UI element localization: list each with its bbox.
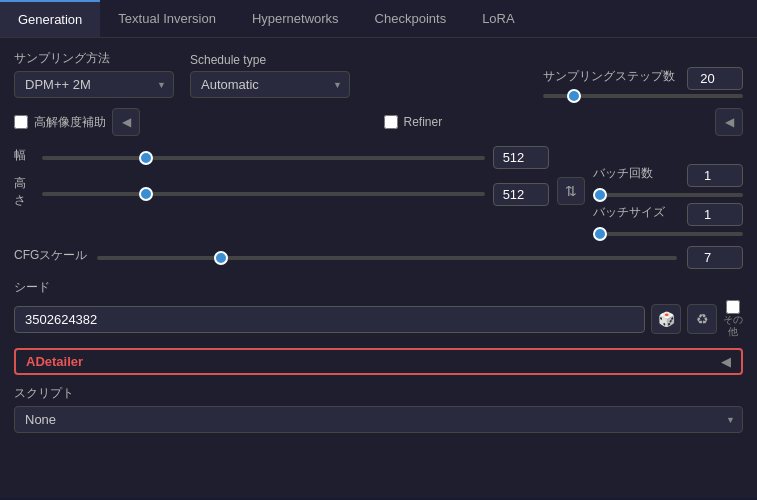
cfg-label: CFGスケール <box>14 247 87 264</box>
script-section: スクリプト None <box>14 385 743 433</box>
batch-size-slider[interactable] <box>593 232 743 236</box>
sampling-method-select-wrap: DPM++ 2M <box>14 71 174 98</box>
sampling-method-label: サンプリング方法 <box>14 50 174 67</box>
tab-checkpoints[interactable]: Checkpoints <box>357 0 465 37</box>
script-select[interactable]: None <box>14 406 743 433</box>
width-input[interactable] <box>493 146 549 169</box>
script-label: スクリプト <box>14 385 743 402</box>
hires-expand-btn[interactable]: ◀ <box>112 108 140 136</box>
tab-bar: Generation Textual Inversion Hypernetwor… <box>0 0 757 38</box>
sampling-method-select[interactable]: DPM++ 2M <box>14 71 174 98</box>
width-row: 幅 <box>14 146 549 169</box>
schedule-type-select-wrap: Automatic <box>190 71 350 98</box>
refiner-checkbox-label[interactable]: Refiner <box>384 115 443 129</box>
tab-hypernetworks[interactable]: Hypernetworks <box>234 0 357 37</box>
adetailer-section[interactable]: ADetailer ◀ <box>14 348 743 375</box>
dimensions-row: 幅 高さ ⇅ バッチ回数 バッチサイズ <box>14 146 743 236</box>
cfg-row: CFGスケール <box>14 246 743 269</box>
batch-count-row: バッチ回数 <box>593 164 743 187</box>
height-row: 高さ <box>14 175 549 213</box>
steps-input[interactable] <box>687 67 743 90</box>
batch-count-label: バッチ回数 <box>593 165 653 182</box>
sono-label: その他 <box>723 314 743 338</box>
main-content: サンプリング方法 DPM++ 2M Schedule type Automati… <box>0 38 757 498</box>
sampling-method-section: サンプリング方法 DPM++ 2M <box>14 50 174 98</box>
tab-textual-inversion[interactable]: Textual Inversion <box>100 0 234 37</box>
sono-checkbox[interactable] <box>726 300 740 314</box>
seed-input[interactable] <box>14 306 645 333</box>
batch-section: バッチ回数 バッチサイズ <box>593 146 743 236</box>
height-slider[interactable] <box>42 192 485 196</box>
width-slider[interactable] <box>42 156 485 160</box>
seed-label: シード <box>14 279 743 296</box>
refiner-section: Refiner ◀ <box>384 108 744 136</box>
tab-generation[interactable]: Generation <box>0 0 100 37</box>
script-select-wrap: None <box>14 406 743 433</box>
cfg-input[interactable] <box>687 246 743 269</box>
swap-dimensions-btn[interactable]: ⇅ <box>557 177 585 205</box>
steps-label: サンプリングステップ数 <box>543 68 675 85</box>
refiner-expand-btn[interactable]: ◀ <box>715 108 743 136</box>
adetailer-expand-icon: ◀ <box>721 354 731 369</box>
recycle-btn[interactable]: ♻ <box>687 304 717 334</box>
tab-lora[interactable]: LoRA <box>464 0 533 37</box>
hires-section: 高解像度補助 ◀ <box>14 108 374 136</box>
adetailer-label: ADetailer <box>26 354 83 369</box>
steps-slider[interactable] <box>543 94 743 98</box>
batch-size-label: バッチサイズ <box>593 204 665 221</box>
schedule-type-select[interactable]: Automatic <box>190 71 350 98</box>
hires-checkbox[interactable] <box>14 115 28 129</box>
seed-section: シード 🎲 ♻ その他 <box>14 279 743 338</box>
dice-btn[interactable]: 🎲 <box>651 304 681 334</box>
hires-refiner-row: 高解像度補助 ◀ Refiner ◀ <box>14 108 743 136</box>
batch-size-row: バッチサイズ <box>593 203 743 226</box>
hires-checkbox-label[interactable]: 高解像度補助 <box>14 114 106 131</box>
wh-section: 幅 高さ <box>14 146 549 219</box>
schedule-type-label: Schedule type <box>190 53 350 67</box>
height-label: 高さ <box>14 175 34 209</box>
batch-count-input[interactable] <box>687 164 743 187</box>
height-input[interactable] <box>493 183 549 206</box>
batch-size-input[interactable] <box>687 203 743 226</box>
batch-count-slider[interactable] <box>593 193 743 197</box>
width-label: 幅 <box>14 147 34 164</box>
refiner-checkbox[interactable] <box>384 115 398 129</box>
schedule-type-section: Schedule type Automatic <box>190 53 350 98</box>
cfg-slider[interactable] <box>97 256 677 260</box>
steps-section: サンプリングステップ数 <box>543 67 743 98</box>
